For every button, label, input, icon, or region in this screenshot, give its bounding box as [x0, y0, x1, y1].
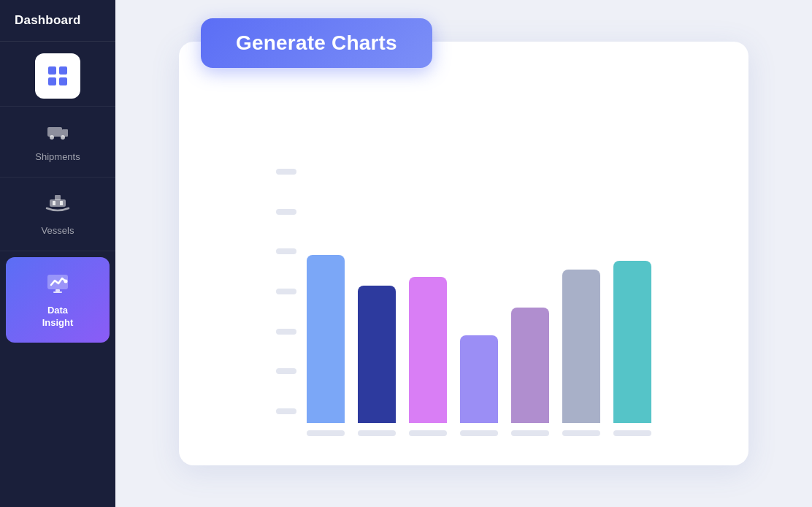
shipments-icon-svg [47, 123, 69, 140]
chart-card: Generate Charts [179, 42, 748, 465]
svg-rect-0 [48, 66, 56, 75]
bar-tick-1 [307, 430, 345, 436]
sidebar: Dashboard Shipments [0, 0, 115, 507]
data-insight-label: DataInsight [42, 305, 74, 329]
y-tick [276, 248, 296, 254]
svg-point-13 [64, 279, 68, 283]
svg-rect-11 [60, 201, 63, 205]
bar-tick-5 [511, 430, 549, 436]
vessels-icon [45, 194, 70, 219]
bar-tick-2 [358, 430, 396, 436]
sidebar-logo: Dashboard [0, 0, 115, 42]
y-axis [276, 167, 307, 416]
y-tick [276, 289, 296, 294]
sidebar-item-data-insight[interactable]: DataInsight [6, 257, 110, 343]
bar-group-5 [511, 308, 549, 436]
bar-group-7 [613, 261, 651, 436]
bar-group-3 [409, 277, 447, 436]
bar-tick-7 [613, 430, 651, 436]
svg-rect-1 [59, 66, 67, 75]
svg-rect-10 [53, 201, 55, 205]
bar-6 [562, 270, 600, 423]
y-tick [276, 408, 296, 414]
svg-rect-4 [47, 127, 62, 137]
svg-point-7 [61, 135, 65, 140]
sidebar-item-vessels[interactable]: Vessels [0, 178, 115, 251]
svg-rect-14 [55, 289, 60, 291]
main-content: Generate Charts [115, 0, 812, 507]
chart-area [215, 78, 712, 436]
bar-group-4 [460, 335, 498, 436]
svg-point-6 [50, 135, 54, 140]
svg-rect-9 [55, 195, 61, 200]
bar-group-1 [307, 255, 345, 436]
y-tick [276, 169, 296, 175]
bar-2 [358, 286, 396, 423]
data-insight-icon-svg [46, 273, 69, 294]
vessels-icon-svg [45, 194, 70, 214]
bar-3 [409, 277, 447, 423]
generate-charts-button[interactable]: Generate Charts [201, 18, 432, 68]
y-tick [276, 368, 296, 374]
y-tick [276, 209, 296, 215]
svg-rect-3 [59, 77, 67, 85]
sidebar-logo-label: Dashboard [15, 13, 81, 27]
bars-container [307, 188, 651, 436]
data-insight-icon [46, 273, 69, 299]
shipments-label: Shipments [35, 151, 80, 164]
bar-5 [511, 308, 549, 423]
bar-4 [460, 335, 498, 423]
sidebar-item-dashboard[interactable] [0, 42, 115, 107]
bar-group-6 [562, 270, 600, 436]
svg-rect-15 [53, 291, 62, 293]
bar-tick-6 [562, 430, 600, 436]
shipments-icon [47, 123, 69, 145]
bar-tick-4 [460, 430, 498, 436]
vessels-label: Vessels [42, 225, 74, 237]
bar-1 [307, 255, 345, 423]
y-tick [276, 329, 296, 335]
svg-rect-2 [48, 77, 56, 85]
bar-tick-3 [409, 430, 447, 436]
dashboard-icon [45, 64, 70, 88]
svg-rect-8 [50, 199, 66, 207]
sidebar-item-shipments[interactable]: Shipments [0, 107, 115, 178]
bar-group-2 [358, 286, 396, 436]
generate-charts-label: Generate Charts [236, 31, 397, 54]
dashboard-icon-box [35, 53, 80, 99]
bar-7 [613, 261, 651, 423]
